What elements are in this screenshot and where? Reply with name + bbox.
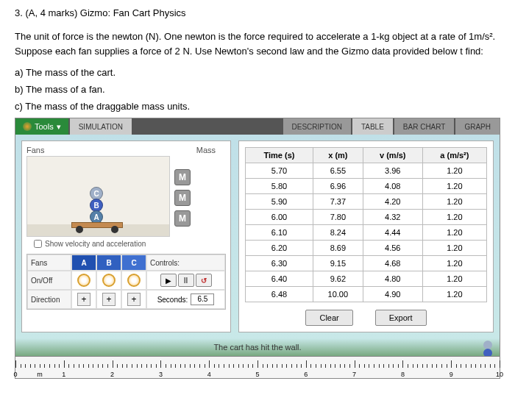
table-cell: 10.00	[313, 287, 363, 302]
table-row: 6.007.804.321.20	[246, 210, 487, 225]
table-cell: 1.20	[422, 287, 486, 302]
fan-header-a: A	[71, 255, 96, 271]
direction-c[interactable]: +	[127, 293, 141, 306]
tab-table[interactable]: TABLE	[352, 118, 393, 135]
table-cell: 1.20	[422, 163, 486, 179]
table-panel: Time (s)x (m)v (m/s)a (m/s²) 5.706.553.9…	[238, 140, 494, 332]
tools-icon	[23, 122, 32, 131]
direction-b[interactable]: +	[102, 293, 116, 306]
table-row: 5.806.964.081.20	[246, 179, 487, 194]
table-row: 5.907.374.201.20	[246, 194, 487, 210]
table-cell: 4.44	[363, 225, 422, 241]
table-cell: 4.20	[363, 194, 422, 210]
cart[interactable]	[71, 222, 123, 228]
table-cell: 4.80	[363, 271, 422, 287]
table-cell: 1.20	[422, 271, 486, 287]
table-cell: 4.90	[363, 287, 422, 302]
table-cell: 1.20	[422, 194, 486, 210]
pause-button[interactable]: II	[178, 274, 194, 287]
direction-a[interactable]: +	[77, 293, 90, 306]
column-header: a (m/s²)	[422, 148, 486, 163]
ruler-tick-label: 2	[110, 371, 114, 378]
controls-label: Controls:	[146, 255, 225, 271]
column-header: x (m)	[313, 148, 363, 163]
onoff-b[interactable]	[102, 274, 116, 287]
table-cell: 6.30	[246, 256, 313, 271]
simulation-canvas[interactable]: A B C	[26, 156, 170, 237]
ruler-tick-label: 0	[13, 371, 17, 378]
ruler-tick-label: 7	[352, 371, 356, 378]
table-cell: 6.40	[246, 271, 313, 287]
mass-unit-2[interactable]: M	[174, 190, 191, 206]
show-velocity-checkbox[interactable]	[34, 240, 42, 248]
tab-bar-chart[interactable]: BAR CHART	[394, 118, 455, 135]
tab-simulation[interactable]: SIMULATION	[70, 118, 132, 135]
table-cell: 4.32	[363, 210, 422, 225]
tab-graph[interactable]: GRAPH	[455, 118, 500, 135]
gizmo-app: Tools ▾ SIMULATION DESCRIPTION TABLE BAR…	[15, 118, 500, 379]
fan-header-c: C	[121, 255, 146, 271]
table-cell: 5.70	[246, 163, 313, 179]
ruler-tick-label: 3	[159, 371, 163, 378]
column-header: v (m/s)	[363, 148, 422, 163]
simulation-panel: Fans Mass A B C M M	[21, 140, 231, 332]
question-header: 3. (A, 4 marks) Gizmo: Fan Cart Physics	[15, 7, 500, 18]
table-cell: 5.80	[246, 179, 313, 194]
table-cell: 3.96	[363, 163, 422, 179]
table-cell: 1.20	[422, 179, 486, 194]
question-body: The unit of force is the newton (N). One…	[15, 29, 500, 58]
seconds-label: Seconds:	[157, 296, 188, 304]
ruler-tick-label: 8	[401, 371, 405, 378]
ruler-tick-label: 1	[62, 371, 65, 378]
table-cell: 7.37	[313, 194, 363, 210]
direction-row-label: Direction	[27, 290, 71, 309]
fan-header-b: B	[96, 255, 121, 271]
tools-dropdown[interactable]: Tools ▾	[15, 118, 68, 135]
table-cell: 1.20	[422, 210, 486, 225]
mass-unit-1[interactable]: M	[174, 169, 191, 185]
mass-label: Mass	[196, 146, 216, 154]
table-row: 5.706.553.961.20	[246, 163, 487, 179]
fans-row-label: Fans	[27, 255, 71, 271]
toolbar: Tools ▾ SIMULATION DESCRIPTION TABLE BAR…	[15, 118, 500, 135]
table-cell: 6.48	[246, 287, 313, 302]
table-cell: 8.24	[313, 225, 363, 241]
table-cell: 1.20	[422, 241, 486, 256]
table-cell: 4.68	[363, 256, 422, 271]
reset-button[interactable]: ↺	[196, 274, 212, 287]
export-button[interactable]: Export	[375, 310, 427, 326]
table-cell: 6.00	[246, 210, 313, 225]
table-row: 6.208.694.561.20	[246, 241, 487, 256]
table-row: 6.108.244.441.20	[246, 225, 487, 241]
onoff-a[interactable]	[77, 274, 90, 287]
cart-fan-stack: A B C	[90, 187, 103, 222]
ruler-tick-label: 6	[304, 371, 308, 378]
table-cell: 1.20	[422, 225, 486, 241]
data-table: Time (s)x (m)v (m/s)a (m/s²) 5.706.553.9…	[245, 147, 487, 302]
table-row: 6.409.624.801.20	[246, 271, 487, 287]
mass-unit-3[interactable]: M	[174, 210, 191, 227]
table-cell: 4.56	[363, 241, 422, 256]
seconds-input[interactable]: 6.5	[191, 293, 214, 305]
table-cell: 8.69	[313, 241, 363, 256]
clear-button[interactable]: Clear	[305, 310, 352, 326]
ruler-tick-label: 5	[255, 371, 259, 378]
table-cell: 5.90	[246, 194, 313, 210]
table-cell: 4.08	[363, 179, 422, 194]
fans-label: Fans	[26, 146, 44, 154]
table-cell: 6.55	[313, 163, 363, 179]
table-row: 6.309.154.681.20	[246, 256, 487, 271]
column-header: Time (s)	[246, 148, 313, 163]
onoff-c[interactable]	[127, 274, 141, 287]
table-row: 6.4810.004.901.20	[246, 287, 487, 302]
ruler-tick-label: 9	[450, 371, 453, 378]
tab-description[interactable]: DESCRIPTION	[283, 118, 351, 135]
table-cell: 6.10	[246, 225, 313, 241]
wheel-icon	[111, 226, 118, 233]
table-cell: 6.96	[313, 179, 363, 194]
ruler: 012345678910m	[15, 356, 500, 378]
table-cell: 9.15	[313, 256, 363, 271]
status-message: The cart has hit the wall.	[15, 338, 500, 356]
play-button[interactable]: ▶	[160, 274, 177, 287]
table-cell: 6.20	[246, 241, 313, 256]
